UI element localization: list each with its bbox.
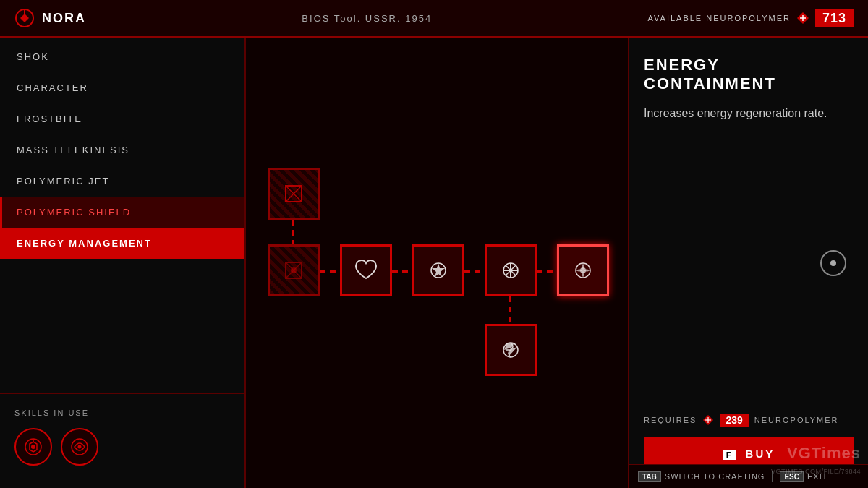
circle-indicator xyxy=(820,250,846,276)
top-bar-left: NORA xyxy=(14,8,86,28)
skills-in-use-panel: SKILLS IN USE xyxy=(0,394,244,488)
svg-point-6 xyxy=(31,445,35,449)
sidebar-item-character[interactable]: CHARACTER xyxy=(0,72,244,103)
character-name: NORA xyxy=(42,11,86,26)
circle-dot xyxy=(830,260,836,266)
connector-v-1 xyxy=(292,220,294,244)
main-layout: SHOK CHARACTER FROSTBITE MASS TELEKINESI… xyxy=(0,38,868,488)
node-row2-5[interactable] xyxy=(557,244,609,296)
skill-badges xyxy=(14,428,230,466)
skill-node-row2-5[interactable] xyxy=(557,244,609,296)
node-row3-1[interactable] xyxy=(485,324,537,376)
tab-key: TAB xyxy=(638,471,661,482)
skill-badge-2[interactable] xyxy=(61,428,98,466)
skill-node-icon-flower xyxy=(569,257,597,284)
skill-node-row2-4[interactable] xyxy=(485,244,537,296)
neuropolymer-count: 713 xyxy=(815,9,854,27)
skill-node-icon-energy xyxy=(497,336,524,364)
svg-point-16 xyxy=(291,267,297,273)
skill-node-icon-heart xyxy=(352,257,380,284)
skill-detail-title: ENERGY CONTAINMENT xyxy=(644,56,854,94)
tab-switch-label: SWITCH TO CRAFTING xyxy=(665,472,765,481)
skill-badge-icon-2 xyxy=(69,437,90,457)
skill-badge-icon-1 xyxy=(23,437,43,457)
center-panel xyxy=(246,38,629,488)
skill-node-icon-star xyxy=(425,257,452,284)
skill-detail-desc: Increases energy regeneration rate. xyxy=(644,105,854,122)
top-bar: NORA BIOS Tool. USSR. 1954 AVAILABLE NEU… xyxy=(0,0,868,38)
node-row2-1[interactable] xyxy=(268,244,320,296)
skill-node-icon-cross xyxy=(497,257,524,284)
sidebar-item-shok[interactable]: SHOK xyxy=(0,41,244,72)
node-locked-top[interactable] xyxy=(268,168,320,220)
node-row2-4[interactable] xyxy=(485,244,537,296)
requires-count: 239 xyxy=(720,414,748,427)
skill-node-row2-3[interactable] xyxy=(412,244,464,296)
skill-node-icon-row2-1 xyxy=(280,257,307,284)
requires-row: REQUIRES 239 NEUROPOLYMER xyxy=(644,414,854,427)
skill-list: SHOK CHARACTER FROSTBITE MASS TELEKINESI… xyxy=(0,38,244,394)
requires-label: REQUIRES xyxy=(644,416,697,424)
buy-key: F xyxy=(723,450,737,460)
skill-node-locked-top[interactable] xyxy=(268,168,320,220)
skill-node-row2-2[interactable] xyxy=(340,244,392,296)
top-bar-right: AVAILABLE NEUROPOLYMER 713 xyxy=(648,9,854,27)
sidebar-item-polymeric-jet[interactable]: POLYMERIC JET xyxy=(0,166,244,197)
sidebar-item-mass-telekinesis[interactable]: MASS TELEKINESIS xyxy=(0,134,244,166)
connector-v-2 xyxy=(509,296,511,324)
requires-np-label: NEUROPOLYMER xyxy=(754,416,839,424)
connector-h-r2-3-4 xyxy=(464,270,485,273)
neuropolymer-icon xyxy=(796,12,809,25)
skill-badge-1[interactable] xyxy=(14,428,52,466)
requires-neuropolymer-icon xyxy=(702,414,714,426)
skill-node-icon-locked-top xyxy=(280,180,307,207)
connector-h-r2-2-3 xyxy=(392,270,412,273)
buy-label: BUY xyxy=(746,448,775,460)
bios-label: BIOS Tool. USSR. 1954 xyxy=(302,13,432,24)
logo-icon xyxy=(14,8,35,28)
skills-in-use-label: SKILLS IN USE xyxy=(14,408,230,417)
sidebar-item-polymeric-shield[interactable]: POLYMERIC SHIELD xyxy=(0,197,244,228)
skill-node-row2-1[interactable] xyxy=(268,244,320,296)
right-panel: ENERGY CONTAINMENT Increases energy rege… xyxy=(629,38,868,488)
sidebar-item-energy-management[interactable]: ENERGY MANAGEMENT xyxy=(0,228,244,259)
svg-point-9 xyxy=(78,445,82,449)
node-row2-2[interactable] xyxy=(340,244,392,296)
node-row2-3[interactable] xyxy=(412,244,464,296)
left-panel: SHOK CHARACTER FROSTBITE MASS TELEKINESI… xyxy=(0,38,246,488)
sidebar-item-frostbite[interactable]: FROSTBITE xyxy=(0,103,244,134)
skill-tree xyxy=(246,38,628,488)
connector-h-r2-4-5 xyxy=(537,270,557,273)
watermark-url: VGTIMES.COM/FILE/79844 xyxy=(771,468,861,475)
neuropolymer-label: AVAILABLE NEUROPOLYMER xyxy=(648,14,791,22)
watermark-brand: VGTimes xyxy=(787,444,861,463)
skill-node-row3-1[interactable] xyxy=(485,324,537,376)
connector-h-r2-1-2 xyxy=(320,270,340,273)
